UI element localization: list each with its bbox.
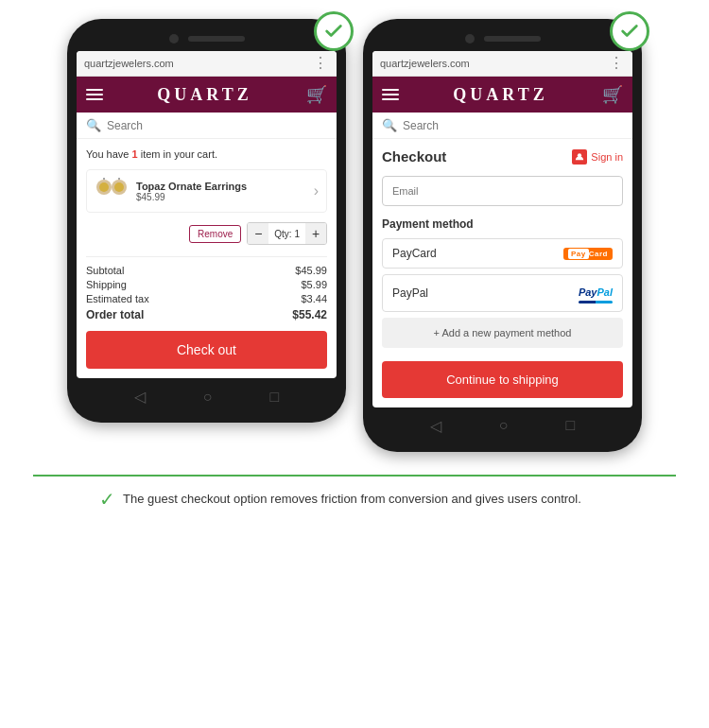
phone1-bottom-bar: ◁ ○ □ <box>77 378 337 409</box>
app-header-2: QUARTZ 🛒 <box>372 77 632 113</box>
cart-icon-2[interactable]: 🛒 <box>602 84 623 105</box>
checkout-content: Checkout Sign in Payment m <box>372 139 632 407</box>
check-badge-2 <box>610 11 649 51</box>
cart-item-left: Topaz Ornate Earrings $45.99 <box>95 178 247 204</box>
app-header-1: QUARTZ 🛒 <box>77 77 337 113</box>
browser-url-1: quartzjewelers.com <box>84 58 313 69</box>
svg-point-1 <box>99 182 109 192</box>
checkout-title: Checkout <box>382 148 446 165</box>
home-icon-1[interactable]: ○ <box>203 389 213 406</box>
cart-item-chevron[interactable]: › <box>314 182 319 199</box>
signin-button[interactable]: Sign in <box>572 149 623 165</box>
shipping-value: $5.99 <box>301 279 327 290</box>
order-total-label: Order total <box>86 308 144 321</box>
signin-label: Sign in <box>591 151 623 163</box>
phone1-wrapper: quartzjewelers.com ⋮ QUARTZ 🛒 🔍 <box>67 19 346 452</box>
recents-icon-2[interactable]: □ <box>565 417 575 434</box>
qty-value: Qty: 1 <box>268 229 305 239</box>
phone2-wrapper: quartzjewelers.com ⋮ QUARTZ 🛒 🔍 <box>363 19 642 452</box>
paycard-name: PayCard <box>392 247 437 260</box>
front-camera-2 <box>465 34 475 43</box>
cart-item-price: $45.99 <box>136 192 247 202</box>
add-payment-button[interactable]: + Add a new payment method <box>382 318 623 348</box>
paypal-text-pay: Pay <box>579 286 597 298</box>
browser-menu-2[interactable]: ⋮ <box>609 56 625 71</box>
cart-item-name: Topaz Ornate Earrings <box>136 181 247 192</box>
cart-content: You have 1 item in your cart. <box>77 139 337 378</box>
phone2-device: quartzjewelers.com ⋮ QUARTZ 🛒 🔍 <box>363 19 642 452</box>
app-logo-1: QUARTZ <box>157 85 251 105</box>
home-icon-2[interactable]: ○ <box>499 417 509 434</box>
footnote-section: ✓ The guest checkout option removes fric… <box>33 475 676 511</box>
search-input-2[interactable] <box>403 119 623 132</box>
signin-icon <box>572 149 587 165</box>
paypal-option[interactable]: PayPal PayPal <box>382 274 623 312</box>
phone2-top-bar <box>372 30 632 51</box>
recents-icon-1[interactable]: □ <box>269 389 279 406</box>
qty-decrease-button[interactable]: − <box>248 223 268 244</box>
continue-shipping-button[interactable]: Continue to shipping <box>382 361 623 398</box>
email-input[interactable] <box>382 176 623 206</box>
search-input-1[interactable] <box>107 119 327 132</box>
cart-notice: You have 1 item in your cart. <box>86 148 327 160</box>
search-icon-2: 🔍 <box>382 118 397 132</box>
shipping-row: Shipping $5.99 <box>86 279 327 290</box>
search-bar-2: 🔍 <box>372 113 632 139</box>
hamburger-menu-1[interactable] <box>86 89 103 100</box>
order-total-value: $55.42 <box>292 308 327 321</box>
subtotal-value: $45.99 <box>295 265 327 276</box>
tax-label: Estimated tax <box>86 293 149 304</box>
back-icon-1[interactable]: ◁ <box>134 388 146 406</box>
checkout-header-row: Checkout Sign in <box>382 148 623 165</box>
phone1-device: quartzjewelers.com ⋮ QUARTZ 🛒 🔍 <box>67 19 346 423</box>
browser-url-2: quartzjewelers.com <box>380 58 609 69</box>
footnote-row: ✓ The guest checkout option removes fric… <box>90 490 619 511</box>
earring-image <box>95 178 129 204</box>
qty-increase-button[interactable]: + <box>305 223 326 244</box>
divider-line <box>33 475 676 477</box>
speaker-1 <box>188 36 245 42</box>
tax-row: Estimated tax $3.44 <box>86 293 327 304</box>
payment-method-label: Payment method <box>382 217 623 231</box>
paycard-logo: PayCard <box>563 248 613 260</box>
phone1-top-bar <box>77 30 337 51</box>
paypal-text-pal: Pal <box>597 286 613 298</box>
search-icon-1: 🔍 <box>86 118 101 132</box>
speaker-2 <box>484 36 541 42</box>
footnote-text: The guest checkout option removes fricti… <box>123 490 581 509</box>
paypal-name: PayPal <box>392 286 428 300</box>
subtotal-row: Subtotal $45.99 <box>86 265 327 276</box>
cart-totals: Subtotal $45.99 Shipping $5.99 Estimated… <box>86 256 327 321</box>
footnote-check-icon: ✓ <box>99 488 115 511</box>
paypal-underline <box>579 301 613 303</box>
shipping-label: Shipping <box>86 279 127 290</box>
phone1-screen: quartzjewelers.com ⋮ QUARTZ 🛒 🔍 <box>77 51 337 378</box>
browser-bar-2: quartzjewelers.com ⋮ <box>372 51 632 77</box>
qty-control: − Qty: 1 + <box>247 222 327 245</box>
paycard-badge: PayCard <box>563 248 613 260</box>
svg-point-3 <box>114 182 124 192</box>
remove-button[interactable]: Remove <box>189 225 241 243</box>
tax-value: $3.44 <box>301 293 327 304</box>
order-total-row: Order total $55.42 <box>86 308 327 321</box>
browser-bar-1: quartzjewelers.com ⋮ <box>77 51 337 77</box>
paycard-option[interactable]: PayCard PayCard <box>382 238 623 269</box>
check-badge-1 <box>314 11 354 51</box>
phones-row: quartzjewelers.com ⋮ QUARTZ 🛒 🔍 <box>67 19 642 452</box>
browser-menu-1[interactable]: ⋮ <box>313 56 329 71</box>
phone2-bottom-bar: ◁ ○ □ <box>372 407 632 439</box>
subtotal-label: Subtotal <box>86 265 124 276</box>
cart-qty-row: Remove − Qty: 1 + <box>86 222 327 245</box>
back-icon-2[interactable]: ◁ <box>430 417 441 435</box>
hamburger-menu-2[interactable] <box>382 89 399 100</box>
search-bar-1: 🔍 <box>77 113 337 139</box>
paypal-logo: PayPal <box>579 283 613 303</box>
checkout-button[interactable]: Check out <box>86 331 327 369</box>
front-camera-1 <box>169 34 179 43</box>
phone2-screen: quartzjewelers.com ⋮ QUARTZ 🛒 🔍 <box>372 51 632 407</box>
app-logo-2: QUARTZ <box>453 85 547 105</box>
cart-item-info: Topaz Ornate Earrings $45.99 <box>136 181 247 202</box>
cart-item: Topaz Ornate Earrings $45.99 › <box>86 169 327 213</box>
cart-icon-1[interactable]: 🛒 <box>306 84 327 105</box>
